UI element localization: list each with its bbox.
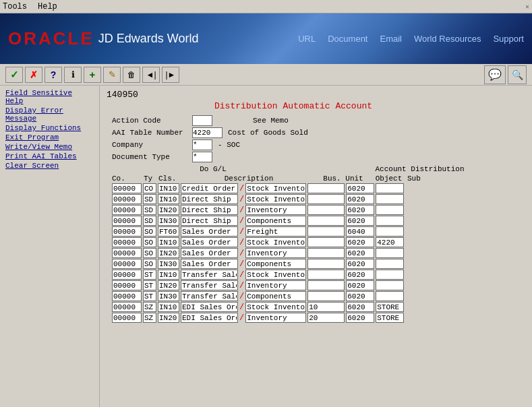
ty-input[interactable]: [143, 194, 156, 204]
bus-unit-input[interactable]: [307, 205, 345, 215]
sidebar-item-display-functions[interactable]: Display Functions: [4, 123, 95, 133]
nav-document[interactable]: Document: [328, 34, 367, 44]
nav-url[interactable]: URL: [298, 34, 316, 44]
item-input[interactable]: [245, 226, 306, 237]
ty-input[interactable]: [143, 237, 156, 247]
sidebar-item-clear-screen[interactable]: Clear Screen: [4, 161, 95, 170]
cls-input[interactable]: [158, 291, 179, 301]
sub-input[interactable]: [376, 237, 404, 247]
object-input[interactable]: [346, 205, 374, 215]
delete-button[interactable]: 🗑: [123, 67, 140, 83]
bus-unit-input[interactable]: [307, 183, 345, 193]
bus-unit-input[interactable]: [307, 291, 345, 301]
bus-unit-input[interactable]: [307, 248, 345, 258]
object-input[interactable]: [346, 226, 374, 237]
ty-input[interactable]: [143, 248, 156, 258]
help-button[interactable]: ?: [45, 67, 62, 83]
cancel-button[interactable]: ✗: [25, 67, 42, 83]
desc-input[interactable]: [181, 226, 238, 237]
sub-input[interactable]: [376, 226, 404, 237]
item-input[interactable]: [245, 248, 306, 258]
object-input[interactable]: [346, 259, 374, 269]
desc-input[interactable]: [181, 248, 238, 258]
desc-input[interactable]: [181, 291, 238, 301]
info-button[interactable]: ℹ: [64, 67, 82, 83]
cls-input[interactable]: [158, 259, 179, 269]
search-button[interactable]: 🔍: [508, 65, 527, 84]
sub-input[interactable]: [376, 183, 404, 193]
cls-input[interactable]: [158, 313, 179, 323]
aai-table-input[interactable]: [192, 127, 223, 138]
item-input[interactable]: [245, 183, 306, 193]
desc-input[interactable]: [181, 205, 238, 215]
ty-input[interactable]: [143, 291, 156, 301]
menu-tools[interactable]: Tools: [3, 2, 27, 11]
check-button[interactable]: ✓: [5, 67, 23, 83]
doc-type-input[interactable]: [192, 152, 212, 162]
nav-support[interactable]: Support: [493, 34, 524, 44]
co-input[interactable]: [112, 259, 142, 269]
item-input[interactable]: [245, 216, 306, 226]
sidebar-item-field-sensitive-help[interactable]: Field Sensitive Help: [4, 88, 95, 106]
bus-unit-input[interactable]: [307, 302, 345, 312]
co-input[interactable]: [112, 237, 142, 247]
item-input[interactable]: [245, 237, 306, 247]
sub-input[interactable]: [376, 291, 404, 301]
desc-input[interactable]: [181, 280, 238, 290]
forward-button[interactable]: |►: [162, 67, 179, 83]
bus-unit-input[interactable]: [307, 237, 345, 247]
bus-unit-input[interactable]: [307, 226, 345, 237]
sub-input[interactable]: [376, 248, 404, 258]
ty-input[interactable]: [143, 313, 156, 323]
cls-input[interactable]: [158, 226, 179, 237]
nav-world-resources[interactable]: World Resources: [414, 34, 481, 44]
sub-input[interactable]: [376, 270, 404, 280]
menu-help[interactable]: Help: [38, 2, 57, 11]
cls-input[interactable]: [158, 194, 179, 204]
sub-input[interactable]: [376, 280, 404, 290]
co-input[interactable]: [112, 205, 142, 215]
action-code-input[interactable]: [192, 115, 212, 126]
ty-input[interactable]: [143, 216, 156, 226]
item-input[interactable]: [245, 259, 306, 269]
cls-input[interactable]: [158, 248, 179, 258]
object-input[interactable]: [346, 237, 374, 247]
cls-input[interactable]: [158, 237, 179, 247]
ty-input[interactable]: [143, 259, 156, 269]
object-input[interactable]: [346, 270, 374, 280]
cls-input[interactable]: [158, 216, 179, 226]
sub-input[interactable]: [376, 302, 404, 312]
ty-input[interactable]: [143, 280, 156, 290]
cls-input[interactable]: [158, 205, 179, 215]
co-input[interactable]: [112, 280, 142, 290]
ty-input[interactable]: [143, 302, 156, 312]
cls-input[interactable]: [158, 280, 179, 290]
sub-input[interactable]: [376, 205, 404, 215]
co-input[interactable]: [112, 302, 142, 312]
object-input[interactable]: [346, 216, 374, 226]
bus-unit-input[interactable]: [307, 259, 345, 269]
co-input[interactable]: [112, 270, 142, 280]
co-input[interactable]: [112, 194, 142, 204]
desc-input[interactable]: [181, 259, 238, 269]
sub-input[interactable]: [376, 216, 404, 226]
ty-input[interactable]: [143, 226, 156, 237]
sidebar-item-write-view-memo[interactable]: Write/View Memo: [4, 142, 95, 152]
desc-input[interactable]: [181, 313, 238, 323]
bus-unit-input[interactable]: [307, 194, 345, 204]
sidebar-item-print-aai-tables[interactable]: Print AAI Tables: [4, 152, 95, 161]
object-input[interactable]: [346, 280, 374, 290]
object-input[interactable]: [346, 194, 374, 204]
object-input[interactable]: [346, 291, 374, 301]
bus-unit-input[interactable]: [307, 280, 345, 290]
desc-input[interactable]: [181, 237, 238, 247]
item-input[interactable]: [245, 291, 306, 301]
object-input[interactable]: [346, 183, 374, 193]
item-input[interactable]: [245, 302, 306, 312]
ty-input[interactable]: [143, 205, 156, 215]
co-input[interactable]: [112, 291, 142, 301]
sidebar-item-exit-program[interactable]: Exit Program: [4, 133, 95, 142]
desc-input[interactable]: [181, 302, 238, 312]
cls-input[interactable]: [158, 270, 179, 280]
sidebar-item-display-error[interactable]: Display Error Message: [4, 106, 95, 123]
